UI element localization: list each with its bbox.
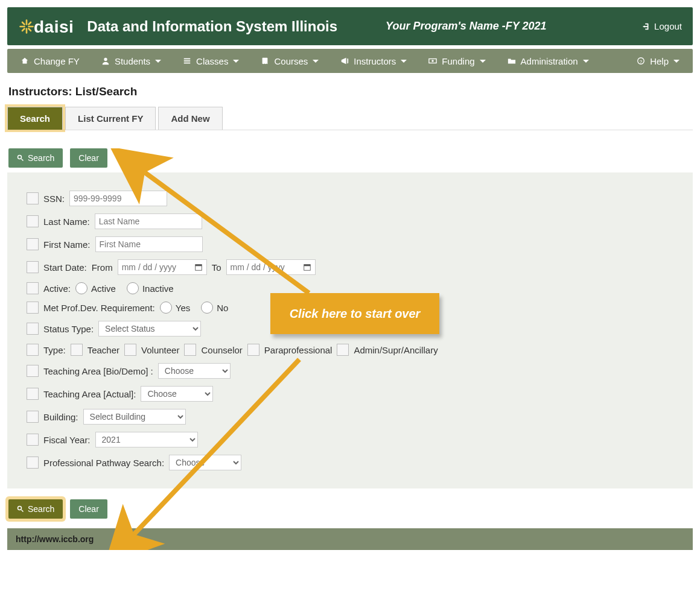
- label-from: From: [92, 262, 113, 273]
- search-button-top[interactable]: Search: [8, 148, 63, 168]
- checkbox-volunteer[interactable]: [124, 344, 136, 356]
- label-ssn: SSN:: [43, 194, 65, 204]
- label-active: Active:: [43, 283, 71, 294]
- logo: daisi: [18, 16, 74, 37]
- callout-box: Click here to start over: [270, 293, 439, 334]
- logo-text: daisi: [34, 17, 74, 37]
- folder-icon: [508, 57, 516, 65]
- radio-yes[interactable]: [160, 302, 172, 314]
- input-date-to[interactable]: [226, 259, 316, 275]
- input-date-from[interactable]: [118, 259, 207, 275]
- select-teach-actual[interactable]: Choose: [141, 386, 213, 402]
- row-pp-search: Professional Pathway Search: Choose: [27, 455, 673, 470]
- label-to: To: [212, 262, 221, 273]
- logout-icon: [642, 22, 651, 31]
- caret-down-icon: [583, 60, 589, 63]
- label-type: Type:: [43, 345, 66, 355]
- label-volunteer: Volunteer: [141, 345, 179, 355]
- caret-down-icon: [673, 60, 679, 63]
- search-button-bottom[interactable]: Search: [8, 499, 63, 519]
- nav-students[interactable]: Students: [91, 49, 172, 73]
- input-ssn[interactable]: [69, 191, 167, 206]
- search-button-label: Search: [28, 153, 54, 163]
- callout-text: Click here to start over: [290, 307, 421, 320]
- tab-search[interactable]: Search: [7, 107, 63, 130]
- svg-line-17: [22, 159, 24, 161]
- nav-change-fy-label: Change FY: [34, 56, 80, 66]
- label-first-name: First Name:: [43, 239, 91, 250]
- checkbox-teacher[interactable]: [71, 344, 83, 356]
- svg-point-8: [104, 58, 107, 61]
- label-fiscal-year: Fiscal Year:: [43, 435, 91, 445]
- radio-no[interactable]: [201, 302, 213, 314]
- checkbox-teach-bio[interactable]: [27, 365, 39, 377]
- checkbox-met-pd[interactable]: [27, 302, 39, 314]
- checkbox-last-name[interactable]: [27, 215, 39, 227]
- radio-active[interactable]: [75, 282, 88, 294]
- checkbox-status-type[interactable]: [27, 323, 39, 335]
- bottom-button-row: Search Clear: [8, 499, 693, 519]
- checkbox-start-date[interactable]: [27, 261, 39, 273]
- row-start-date: Start Date: From To: [27, 259, 673, 275]
- row-building: Building: Select Building: [27, 409, 673, 425]
- clear-button-top[interactable]: Clear: [70, 148, 107, 168]
- nav-funding[interactable]: Funding: [418, 49, 496, 73]
- input-last-name[interactable]: [95, 213, 202, 229]
- label-inactive-option: Inactive: [142, 283, 174, 294]
- list-icon: [183, 57, 191, 65]
- logo-icon: [18, 18, 35, 35]
- checkbox-type[interactable]: [27, 344, 39, 356]
- caret-down-icon: [480, 60, 486, 63]
- input-first-name[interactable]: [95, 236, 203, 252]
- label-teacher: Teacher: [88, 345, 119, 355]
- select-fiscal-year[interactable]: 2021: [95, 432, 198, 447]
- nav-help[interactable]: ? Help: [626, 49, 690, 73]
- top-button-row: Search Clear: [8, 148, 693, 168]
- nav-instructors[interactable]: Instructors: [329, 49, 418, 73]
- select-status-type[interactable]: Select Status: [98, 321, 201, 337]
- row-active: Active: Active Inactive: [27, 282, 673, 294]
- select-building[interactable]: Select Building: [83, 409, 186, 425]
- checkbox-active[interactable]: [27, 282, 39, 294]
- book-icon: [261, 57, 269, 65]
- radio-inactive[interactable]: [127, 282, 139, 294]
- checkbox-ssn[interactable]: [27, 192, 39, 204]
- bullhorn-icon: [340, 57, 349, 65]
- nav-help-label: Help: [650, 56, 669, 66]
- row-fiscal-year: Fiscal Year: 2021: [27, 432, 673, 447]
- checkbox-building[interactable]: [27, 411, 39, 423]
- tab-add-new[interactable]: Add New: [158, 107, 222, 130]
- nav-courses[interactable]: Courses: [250, 49, 329, 73]
- checkbox-teach-actual[interactable]: [27, 388, 39, 400]
- nav-change-fy[interactable]: Change FY: [10, 49, 91, 73]
- content-area: Search Clear SSN: Last Name: First Name:: [7, 148, 693, 519]
- svg-point-18: [18, 507, 22, 510]
- tab-list-current-fy[interactable]: List Current FY: [65, 107, 156, 130]
- money-icon: [428, 57, 437, 65]
- select-teach-bio[interactable]: Choose: [158, 363, 231, 379]
- row-teach-actual: Teaching Area [Actual]: Choose: [27, 386, 673, 402]
- app-title: Data and Information System Illinois: [87, 18, 337, 35]
- nav-instructors-label: Instructors: [354, 56, 396, 66]
- checkbox-pp-search[interactable]: [27, 457, 39, 469]
- nav-administration-label: Administration: [521, 56, 578, 66]
- label-teach-bio: Teaching Area [Bio/Demo] :: [43, 366, 153, 376]
- nav-classes[interactable]: Classes: [172, 49, 250, 73]
- select-pp-search[interactable]: Choose: [169, 455, 241, 470]
- checkbox-admin[interactable]: [337, 344, 349, 356]
- checkbox-first-name[interactable]: [27, 238, 39, 250]
- clear-button-bottom[interactable]: Clear: [70, 499, 107, 519]
- checkbox-paraprofessional[interactable]: [247, 344, 259, 356]
- program-name: Your Program's Name -FY 2021: [386, 20, 546, 33]
- logout-label: Logout: [654, 21, 682, 31]
- label-admin: Admin/Supr/Ancillary: [354, 345, 438, 355]
- svg-line-5: [29, 29, 31, 31]
- logout-link[interactable]: Logout: [642, 21, 682, 31]
- svg-line-7: [22, 29, 25, 31]
- label-last-name: Last Name:: [43, 216, 90, 227]
- checkbox-fiscal-year[interactable]: [27, 434, 39, 446]
- checkbox-counselor[interactable]: [184, 344, 196, 356]
- row-teach-bio: Teaching Area [Bio/Demo] : Choose: [27, 363, 673, 379]
- caret-down-icon: [401, 60, 407, 63]
- nav-administration[interactable]: Administration: [497, 49, 600, 73]
